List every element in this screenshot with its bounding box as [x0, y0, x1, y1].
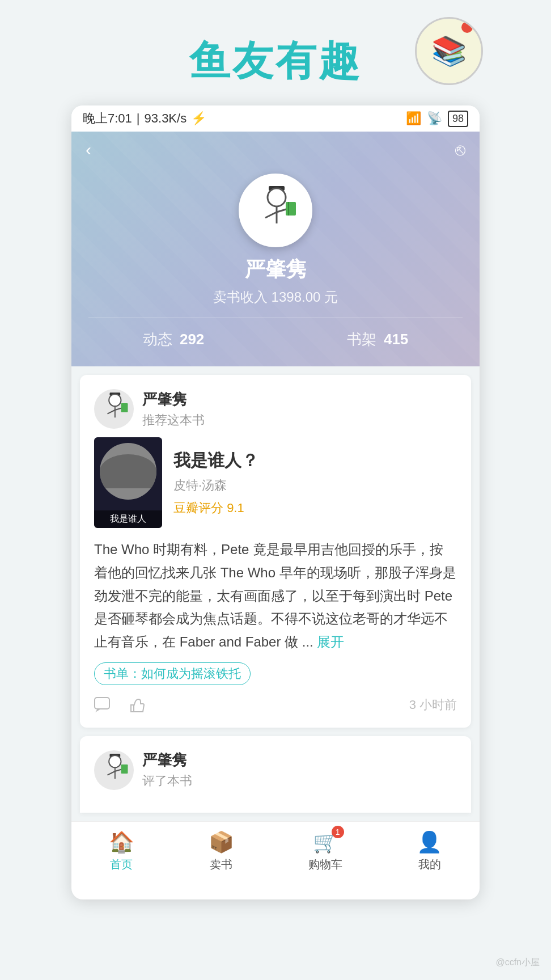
feed-avatar-svg: [99, 392, 130, 426]
app-logo: [415, 17, 483, 85]
like-button[interactable]: [128, 697, 145, 713]
status-time: 晚上7:01: [83, 110, 132, 127]
stat-shelf-label: 书架: [347, 331, 376, 348]
profile-income: 卖书收入 1398.00 元: [71, 288, 480, 306]
profile-avatar-wrap: [71, 174, 480, 247]
profile-avatar: [239, 174, 312, 247]
stick-figure-svg: [253, 185, 298, 236]
book-title-1[interactable]: 我是谁人？: [173, 449, 258, 472]
book-cover-text: 我是谁人: [94, 510, 162, 528]
status-left: 晚上7:01 | 93.3K/s ⚡: [83, 110, 206, 127]
svg-line-5: [265, 212, 277, 218]
profile-name: 严肇隽: [71, 256, 480, 284]
book-cover-1[interactable]: 我是谁人: [94, 437, 162, 528]
profile-header: ‹ ⎋: [71, 132, 480, 366]
feed-content-1: The Who 时期有料，Pete 竟是最早用吉他回授的乐手，按着他的回忆找来几…: [94, 538, 457, 654]
book-author-1: 皮特·汤森: [173, 477, 258, 494]
book-cover-face: [100, 443, 156, 500]
feed-user-row-1: 严肇隽 推荐这本书: [94, 389, 457, 429]
comment-icon: [94, 697, 111, 713]
book-details-1: 我是谁人？ 皮特·汤森 豆瓣评分 9.1: [173, 437, 258, 528]
book-rating-1: 豆瓣评分 9.1: [173, 500, 258, 517]
status-separator: |: [137, 111, 140, 126]
profile-icon: 👤: [417, 830, 442, 854]
status-bar: 晚上7:01 | 93.3K/s ⚡ 📶 📡 98: [71, 105, 480, 132]
nav-home-label: 首页: [110, 857, 133, 872]
phone-frame: 晚上7:01 | 93.3K/s ⚡ 📶 📡 98 ‹ ⎋: [71, 105, 480, 899]
status-network: 93.3K/s: [145, 111, 187, 126]
like-icon: [128, 697, 145, 713]
logo-image: [415, 17, 483, 85]
cart-icon: 🛒 1: [313, 830, 338, 854]
nav-sell-label: 卖书: [210, 857, 232, 872]
stat-dynamic-label: 动态: [143, 331, 172, 348]
svg-point-18: [109, 755, 121, 767]
svg-point-1: [268, 188, 286, 206]
stat-dynamic[interactable]: 动态 292: [143, 330, 205, 349]
logo-dot: [461, 22, 473, 33]
cart-badge: 1: [332, 826, 344, 838]
feed-avatar-svg-2: [99, 753, 130, 787]
feed-user-info-1: 严肇隽 推荐这本书: [142, 390, 205, 429]
nav-profile-label: 我的: [418, 857, 441, 872]
feed-user-row-2: 严肇隽 评了本书: [94, 750, 457, 790]
signal-icon: 📶: [406, 111, 421, 126]
feed-time-1: 3 小时前: [409, 696, 457, 713]
svg-line-12: [107, 410, 115, 414]
home-icon: 🏠: [109, 830, 134, 854]
bottom-nav: 🏠 首页 📦 卖书 🛒 1 购物车 👤 我的: [71, 821, 480, 878]
svg-rect-15: [95, 698, 109, 709]
feed-card-2: 严肇隽 评了本书: [80, 736, 471, 813]
nav-cart-label: 购物车: [308, 857, 342, 872]
sell-icon: 📦: [209, 830, 234, 854]
book-row-1: 我是谁人 我是谁人？ 皮特·汤森 豆瓣评分 9.1: [94, 437, 457, 528]
svg-rect-7: [286, 202, 296, 216]
stat-dynamic-value: 292: [180, 331, 204, 348]
feed-footer-1: 3 小时前: [94, 696, 457, 713]
battery-badge: 98: [448, 111, 468, 127]
svg-rect-14: [121, 403, 128, 412]
feed-avatar-1[interactable]: [94, 389, 134, 429]
comment-button[interactable]: [94, 697, 111, 713]
feed-action-2: 评了本书: [142, 772, 192, 789]
stat-shelf-value: 415: [384, 331, 408, 348]
feed-area: 严肇隽 推荐这本书 我是谁人 我是谁人？ 皮特·汤森 豆瓣评分: [71, 366, 480, 821]
nav-cart[interactable]: 🛒 1 购物车: [308, 830, 342, 872]
stat-shelf[interactable]: 书架 415: [347, 330, 409, 349]
feed-user-info-2: 严肇隽 评了本书: [142, 750, 192, 789]
wifi-icon: 📡: [427, 111, 442, 126]
svg-rect-22: [121, 764, 128, 774]
expand-button[interactable]: 展开: [317, 634, 344, 649]
svg-line-20: [107, 771, 115, 775]
avatar-inner: [241, 176, 310, 245]
network-icon: ⚡: [191, 111, 206, 126]
feed-username-1[interactable]: 严肇隽: [142, 390, 205, 409]
feed-username-2[interactable]: 严肇隽: [142, 750, 192, 770]
feed-card-1: 严肇隽 推荐这本书 我是谁人 我是谁人？ 皮特·汤森 豆瓣评分: [80, 375, 471, 728]
feed-action-1: 推荐这本书: [142, 412, 205, 429]
nav-sell[interactable]: 📦 卖书: [209, 830, 234, 872]
status-right: 📶 📡 98: [406, 111, 468, 127]
watermark: @ccfn小屋: [495, 957, 540, 969]
nav-home[interactable]: 🏠 首页: [109, 830, 134, 872]
app-header: 鱼友有趣: [0, 0, 551, 105]
feed-actions-1: [94, 697, 145, 713]
svg-point-10: [109, 394, 121, 406]
feed-avatar-2[interactable]: [94, 750, 134, 790]
feed-tag-1[interactable]: 书单：如何成为摇滚铁托: [94, 662, 457, 696]
profile-stats: 动态 292 书架 415: [71, 330, 480, 349]
nav-profile[interactable]: 👤 我的: [417, 830, 442, 872]
